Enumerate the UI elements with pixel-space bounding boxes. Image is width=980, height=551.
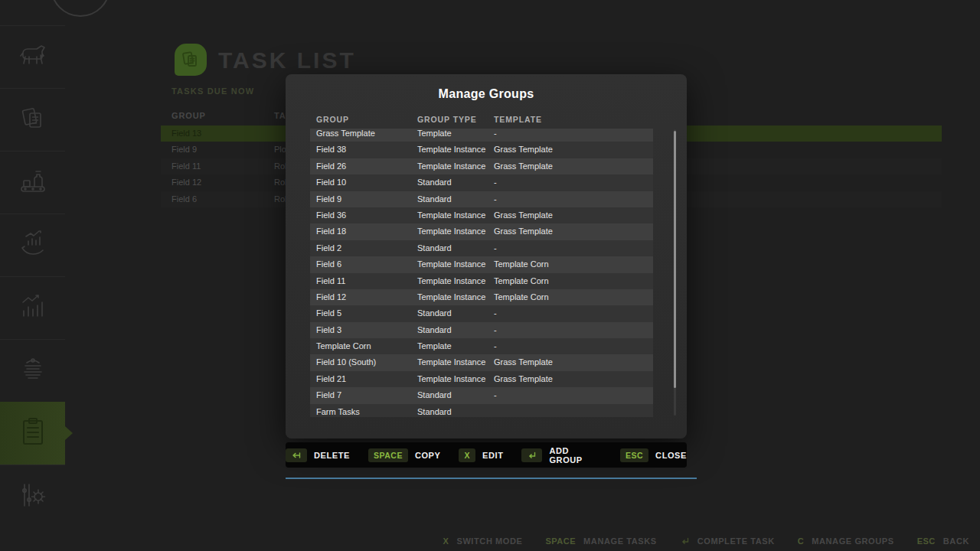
group-row[interactable]: Field 11 Template Instance Template Corn [310, 273, 653, 289]
sidebar-item-mod-logo[interactable] [0, 339, 65, 402]
group-template: - [494, 305, 497, 321]
sidebar-item-settings[interactable] [0, 465, 65, 527]
group-row[interactable]: Grass Template Template - [310, 129, 653, 142]
group-template: - [494, 174, 497, 191]
group-type: Standard [417, 404, 452, 417]
action-add-group[interactable]: ADD GROUP [521, 446, 602, 465]
task-row-group: Field 11 [172, 158, 201, 174]
group-row[interactable]: Field 2 Standard - [310, 240, 653, 256]
scrollbar-thumb[interactable] [674, 131, 676, 388]
group-template: Grass Template [494, 207, 553, 223]
group-name: Field 6 [316, 256, 341, 272]
group-name: Field 12 [316, 289, 346, 305]
group-name: Field 7 [316, 387, 341, 403]
sidebar-item-animals[interactable] [0, 25, 65, 88]
group-row[interactable]: Field 36 Template Instance Grass Templat… [310, 207, 653, 223]
group-template: - [494, 240, 497, 256]
group-row[interactable]: Template Corn Template - [310, 338, 653, 354]
key-badge: SPACE [368, 448, 408, 462]
sidebar-item-task-list[interactable] [0, 402, 65, 465]
focus-divider-line [286, 478, 697, 479]
group-name: Field 2 [316, 240, 341, 256]
hint-complete-task[interactable]: COMPLETE TASK [680, 536, 775, 546]
hint-label: COMPLETE TASK [697, 536, 775, 546]
group-name: Field 9 [316, 191, 341, 207]
return-icon [680, 536, 690, 546]
group-row[interactable]: Field 26 Template Instance Grass Templat… [310, 158, 653, 174]
group-row[interactable]: Field 9 Standard - [310, 191, 653, 207]
group-name: Field 38 [316, 142, 346, 158]
clipboard-icon [19, 416, 47, 450]
dialog-title: Manage Groups [286, 87, 687, 101]
sidebar-item-statistics[interactable] [0, 276, 65, 339]
task-row-group: Field 12 [172, 174, 201, 191]
hint-key: SPACE [546, 536, 577, 546]
group-name: Field 5 [316, 305, 341, 321]
group-row[interactable]: Field 10 (South) Template Instance Grass… [310, 354, 653, 370]
hint-back[interactable]: ESC BACK [917, 536, 969, 546]
hint-manage-groups[interactable]: C MANAGE GROUPS [798, 536, 894, 546]
action-label: EDIT [482, 451, 503, 460]
group-row[interactable]: Field 6 Template Instance Template Corn [310, 256, 653, 272]
group-template: - [494, 338, 497, 354]
group-template: - [494, 387, 497, 403]
group-row[interactable]: Field 10 Standard - [310, 174, 653, 191]
group-type: Standard [417, 240, 452, 256]
sidebar-item-production[interactable] [0, 151, 65, 214]
documents-icon [181, 50, 201, 70]
bottom-hint-bar: X SWITCH MODE SPACE MANAGE TASKS COMPLET… [0, 530, 980, 551]
group-name: Grass Template [316, 129, 375, 142]
statistics-icon [18, 292, 47, 324]
action-edit[interactable]: X EDIT [459, 448, 503, 462]
col-template: TEMPLATE [494, 115, 542, 124]
group-template: Grass Template [494, 142, 553, 158]
group-type: Template Instance [417, 142, 485, 158]
group-name: Field 10 [316, 174, 346, 191]
action-close[interactable]: ESC CLOSE [620, 448, 687, 462]
group-type: Standard [417, 191, 452, 207]
group-template: Template Corn [494, 289, 549, 305]
group-type: Template Instance [417, 256, 485, 272]
group-type: Template Instance [417, 207, 485, 223]
group-type: Template Instance [417, 273, 485, 289]
key-badge: X [459, 448, 475, 462]
hint-key: X [443, 536, 449, 546]
group-row[interactable]: Field 38 Template Instance Grass Templat… [310, 142, 653, 158]
scrollbar-track[interactable] [674, 129, 676, 416]
group-type: Template [417, 338, 452, 354]
group-row[interactable]: Field 18 Template Instance Grass Templat… [310, 223, 653, 240]
hint-label: BACK [943, 536, 969, 546]
group-row[interactable]: Field 7 Standard - [310, 387, 653, 403]
action-delete[interactable]: DELETE [286, 448, 350, 462]
action-label: ADD GROUP [549, 446, 602, 465]
hint-label: MANAGE GROUPS [812, 536, 893, 546]
group-row[interactable]: Field 5 Standard - [310, 305, 653, 321]
group-template: Grass Template [494, 354, 553, 370]
action-copy[interactable]: SPACE COPY [368, 448, 440, 462]
group-row[interactable]: Field 3 Standard - [310, 322, 653, 338]
sidebar-item-finances[interactable] [0, 214, 65, 276]
group-name: Field 36 [316, 207, 346, 223]
col-group: GROUP [316, 115, 349, 124]
group-row[interactable]: Field 21 Template Instance Grass Templat… [310, 371, 653, 387]
group-row[interactable]: Farm Tasks Standard [310, 404, 653, 417]
hint-switch-mode[interactable]: X SWITCH MODE [443, 536, 523, 546]
task-row-group: Field 9 [172, 142, 197, 158]
page-title: TASK LIST [218, 47, 356, 73]
hint-key: C [798, 536, 804, 546]
group-name: Field 26 [316, 158, 346, 174]
col-group: GROUP [172, 111, 206, 120]
group-row[interactable]: Field 12 Template Instance Template Corn [310, 289, 653, 305]
group-type: Template [417, 129, 452, 142]
group-type: Standard [417, 387, 452, 403]
group-type: Template Instance [417, 354, 485, 370]
group-name: Field 11 [316, 273, 345, 289]
sidebar [0, 0, 65, 551]
sidebar-item-contracts[interactable] [0, 88, 65, 151]
group-template: Grass Template [494, 223, 553, 240]
screen: TASK LIST TASKS DUE NOW GROUP TASK Field… [0, 0, 980, 551]
group-name: Field 21 [316, 371, 346, 387]
hint-label: SWITCH MODE [456, 536, 522, 546]
hint-manage-tasks[interactable]: SPACE MANAGE TASKS [546, 536, 657, 546]
group-template: Grass Template [494, 371, 553, 387]
